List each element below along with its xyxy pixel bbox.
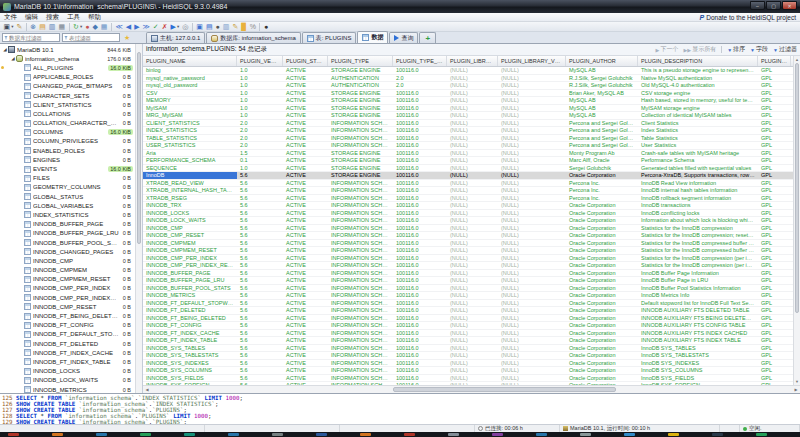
maximize-button[interactable]: ▢ — [766, 1, 781, 10]
tab-database[interactable]: 数据库: information_schema — [206, 32, 300, 43]
taskbar-item[interactable] — [228, 433, 239, 436]
column-header[interactable]: PLUGIN_STATUS — [283, 56, 328, 66]
taskbar-item[interactable] — [360, 433, 371, 436]
tree-item[interactable]: INNODB_LOCKS0 B — [0, 367, 135, 376]
table-row[interactable]: INNODB_SYS_TABLES5.6ACTIVEINFORMATION SC… — [143, 345, 793, 353]
table-row[interactable]: XTRADB_READ_VIEW5.6ACTIVEINFORMATION SCH… — [143, 180, 793, 188]
table-row[interactable]: TABLE_STATISTICS2.0ACTIVEINFORMATION SCH… — [143, 135, 793, 143]
table-row[interactable]: INNODB_FT_INDEX_CACHE5.6ACTIVEINFORMATIO… — [143, 330, 793, 338]
tree-item[interactable]: GEOMETRY_COLUMNS0 B — [0, 183, 135, 192]
table-row[interactable]: CSV1.0ACTIVESTORAGE ENGINE100116.0(NULL)… — [143, 90, 793, 98]
table-row[interactable]: MEMORY1.0ACTIVESTORAGE ENGINE100116.0(NU… — [143, 97, 793, 105]
user-manager-button[interactable]: ● — [84, 22, 91, 32]
table-row[interactable]: INNODB_SYS_INDEXES5.6ACTIVEINFORMATION S… — [143, 360, 793, 368]
taskbar-item[interactable] — [52, 433, 63, 436]
tree-item[interactable]: COLLATION_CHARACTER_SET_APPLICABILITY0 B — [0, 119, 135, 128]
table-row[interactable]: INNODB_SYS_COLUMNS5.6ACTIVEINFORMATION S… — [143, 367, 793, 375]
horizontal-scrollbar-thumb[interactable] — [393, 387, 616, 392]
tree-item[interactable]: INNODB_BUFFER_PAGE_LRU0 B — [0, 229, 135, 238]
table-row[interactable]: INDEX_STATISTICS2.0ACTIVEINFORMATION SCH… — [143, 127, 793, 135]
table-row[interactable]: INNODB_CMP_PER_INDEX_RESET5.6ACTIVEINFOR… — [143, 262, 793, 270]
next-rows-button[interactable]: ▶下一个 — [656, 45, 679, 54]
cancel-edits-button[interactable]: ✗ — [160, 22, 169, 32]
tree-item[interactable]: EVENTS16.0 KiB — [0, 164, 135, 173]
tree-item[interactable]: COLLATIONS0 B — [0, 109, 135, 118]
tree-item[interactable]: INNODB_CMPMEM0 B — [0, 266, 135, 275]
table-row[interactable]: XTRADB_INTERNAL_HASH_TABLES5.6ACTIVEINFO… — [143, 187, 793, 195]
tree-item[interactable]: ENGINES0 B — [0, 155, 135, 164]
table-row[interactable]: INNODB_LOCKS5.6ACTIVEINFORMATION SCHEMA1… — [143, 210, 793, 218]
tree-item[interactable]: ENABLED_ROLES0 B — [0, 146, 135, 155]
session-manager-button[interactable]: ▣▾ — [2, 22, 15, 32]
column-header[interactable]: PLUGIN_LICENSE — [758, 56, 791, 66]
taskbar-item[interactable] — [404, 433, 415, 436]
grid-horizontal-scrollbar[interactable]: ◀ ▶ — [143, 385, 800, 393]
table-row[interactable]: INNODB_CMPMEM_RESET5.6ACTIVEINFORMATION … — [143, 247, 793, 255]
tree-item[interactable]: CHANGED_PAGE_BITMAPS0 B — [0, 82, 135, 91]
sorting-button[interactable]: ▼排序 — [727, 45, 745, 54]
highlight-button[interactable]: ▉ — [240, 22, 248, 32]
tree-item[interactable]: INNODB_FT_INDEX_CACHE0 B — [0, 348, 135, 357]
taskbar-item[interactable] — [140, 433, 151, 436]
table-row[interactable]: INNODB_FT_BEING_DELETED5.6ACTIVEINFORMAT… — [143, 315, 793, 323]
open-sql-file-button[interactable]: ▤ — [38, 22, 48, 32]
column-header[interactable]: PLUGIN_TYPE — [328, 56, 393, 66]
table-row[interactable]: Aria1.5ACTIVESTORAGE ENGINE100116.0(NULL… — [143, 150, 793, 158]
table-row[interactable]: mysql_old_password1.0ACTIVEAUTHENTICATIO… — [143, 82, 793, 90]
shutdown-button[interactable]: ● — [262, 22, 269, 32]
tree-item[interactable]: INNODB_CMP_PER_INDEX0 B — [0, 284, 135, 293]
column-header[interactable]: PLUGIN_VERSION — [237, 56, 283, 66]
taskbar-item[interactable] — [448, 433, 459, 436]
find-text-button[interactable]: ◎ — [181, 22, 190, 32]
print-button[interactable]: ▦ — [57, 22, 67, 32]
save-button[interactable]: ▣ — [195, 22, 205, 32]
tab-table[interactable]: 表: PLUGINS — [302, 32, 357, 43]
title-bar[interactable]: MariaDB 10.1\information_schema\PLUGINS\… — [0, 0, 800, 13]
tree-item[interactable]: FILES0 B — [0, 174, 135, 183]
close-button[interactable]: ✕ — [782, 1, 797, 10]
table-row[interactable]: INNODB_TRX5.6ACTIVEINFORMATION SCHEMA100… — [143, 202, 793, 210]
taskbar-item[interactable] — [668, 433, 679, 436]
post-edits-button[interactable]: ✓ — [151, 22, 160, 32]
tree-item[interactable]: INNODB_CHANGED_PAGES0 B — [0, 247, 135, 256]
tree-item[interactable]: INNODB_CMPMEM_RESET0 B — [0, 275, 135, 284]
tree-item[interactable]: GLOBAL_STATUS0 B — [0, 192, 135, 201]
taskbar-item[interactable] — [756, 433, 767, 436]
menu-item[interactable]: 帮助 — [84, 13, 105, 22]
taskbar-item[interactable] — [316, 433, 327, 436]
taskbar-item[interactable] — [492, 433, 503, 436]
scroll-right-arrow-icon[interactable]: ▶ — [792, 386, 800, 393]
scroll-up-arrow-icon[interactable]: ▲ — [794, 56, 800, 63]
column-header[interactable]: PLUGIN_NAME — [143, 56, 237, 66]
tree-item[interactable]: INNODB_CMP_RESET0 B — [0, 302, 135, 311]
export-button[interactable]: ▤ — [204, 22, 214, 32]
tree-item[interactable]: APPLICABLE_ROLES0 B — [0, 73, 135, 82]
last-record-button[interactable]: ≫ — [141, 22, 151, 32]
tab-plus[interactable] — [419, 32, 436, 43]
tree-item[interactable]: INNODB_METRICS0 B — [0, 385, 135, 393]
tree-item[interactable]: GLOBAL_VARIABLES0 B — [0, 201, 135, 210]
table-row[interactable]: INNODB_CMPMEM5.6ACTIVEINFORMATION SCHEMA… — [143, 240, 793, 248]
menu-item[interactable]: 搜索 — [42, 13, 63, 22]
table-row[interactable]: INNODB_SYS_TABLESTATS5.6ACTIVEINFORMATIO… — [143, 352, 793, 360]
tab-query[interactable]: 查询 — [389, 32, 418, 43]
tree-item[interactable]: COLUMNS16.0 KiB — [0, 128, 135, 137]
taskbar-item[interactable] — [624, 433, 635, 436]
table-row[interactable]: CLIENT_STATISTICS2.0ACTIVEINFORMATION SC… — [143, 120, 793, 128]
column-header[interactable]: PLUGIN_AUTHOR — [566, 56, 638, 66]
table-row[interactable]: PERFORMANCE_SCHEMA0.1ACTIVESTORAGE ENGIN… — [143, 157, 793, 165]
copy-data-button[interactable]: ▥ — [221, 22, 231, 32]
tree-item[interactable]: INNODB_FT_DELETED0 B — [0, 339, 135, 348]
next-record-button[interactable]: ▶ — [133, 22, 141, 32]
table-row[interactable]: MyISAM1.0ACTIVESTORAGE ENGINE100116.0(NU… — [143, 105, 793, 113]
column-header[interactable]: PLUGIN_DESCRIPTION — [638, 56, 758, 66]
first-record-button[interactable]: ≪ — [114, 22, 124, 32]
table-row[interactable]: INNODB_FT_DELETED5.6ACTIVEINFORMATION SC… — [143, 307, 793, 315]
disconnect-button[interactable]: ⊗ — [29, 22, 38, 32]
table-row[interactable]: INNODB_BUFFER_PAGE_LRU5.6ACTIVEINFORMATI… — [143, 277, 793, 285]
table-row[interactable]: INNODB_BUFFER_PAGE5.6ACTIVEINFORMATION S… — [143, 270, 793, 278]
table-row[interactable]: INNODB_FT_CONFIG5.6ACTIVEINFORMATION SCH… — [143, 322, 793, 330]
menu-item[interactable]: 工具 — [63, 13, 84, 22]
minimize-button[interactable]: – — [750, 1, 765, 10]
database-filter-input[interactable] — [8, 34, 58, 41]
